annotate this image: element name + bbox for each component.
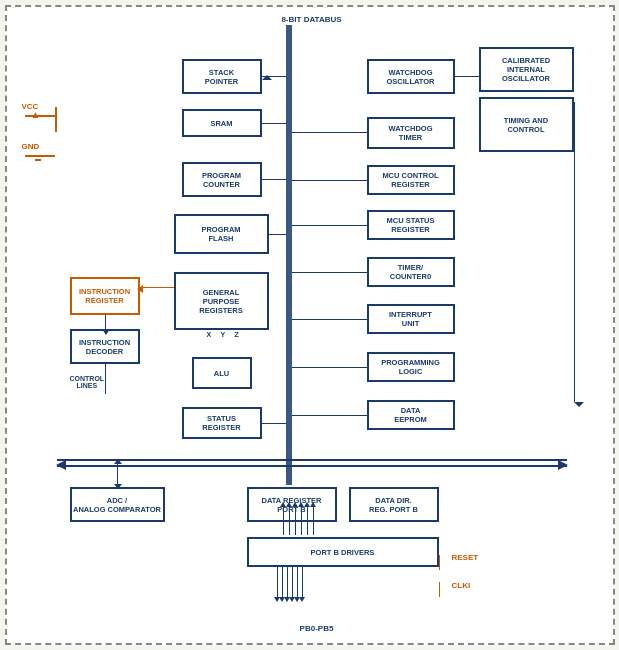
bus-to-interrupt <box>292 319 367 320</box>
pf-to-bus <box>269 234 286 235</box>
timer-counter-block: TIMER/COUNTER0 <box>367 257 455 287</box>
gnd-line3 <box>35 159 41 161</box>
adc-block: ADC /ANALOG COMPARATOR <box>70 487 165 522</box>
z-label: Z <box>235 331 239 338</box>
diagram-wrapper: 8-BIT DATABUS VCC ▲ GND STACKPOINTER SRA… <box>5 5 615 645</box>
ctrl-line <box>105 364 106 394</box>
vcc-vert <box>55 107 57 132</box>
mcu-status-block: MCU STATUSREGISTER <box>367 210 455 240</box>
x-label: X <box>207 331 212 338</box>
databus-label: 8-BIT DATABUS <box>237 15 387 24</box>
gp-registers-block: GENERALPURPOSEREGISTERS <box>174 272 269 330</box>
bus-to-eeprom <box>292 415 367 416</box>
sr-to-bus <box>262 423 286 424</box>
y-label: Y <box>221 331 226 338</box>
adc-arrow-down <box>114 484 122 489</box>
bus-to-timer <box>292 272 367 273</box>
data-eeprom-block: DATAEEPROM <box>367 400 455 430</box>
gnd-label: GND <box>22 142 40 151</box>
instruction-register-block: INSTRUCTIONREGISTER <box>70 277 140 315</box>
vcc-symbol: ▲ <box>31 109 41 120</box>
control-lines-label: CONTROLLINES <box>70 375 105 389</box>
timing-control-block: TIMING ANDCONTROL <box>479 97 574 152</box>
clki-label: CLKI <box>452 581 471 590</box>
alu-block: ALU <box>192 357 252 389</box>
sram-block: SRAM <box>182 109 262 137</box>
watchdog-oscillator-block: WATCHDOGOSCILLATOR <box>367 59 455 94</box>
programming-logic-block: PROGRAMMINGLOGIC <box>367 352 455 382</box>
databus-line <box>286 25 292 485</box>
program-flash-block: PROGRAMFLASH <box>174 214 269 254</box>
reset-label: RESET <box>452 553 479 562</box>
bus-to-mcu-status <box>292 225 367 226</box>
bus-to-wdt <box>292 132 367 133</box>
stack-pointer-block: STACKPOINTER <box>182 59 262 94</box>
mcu-control-block: MCU CONTROLREGISTER <box>367 165 455 195</box>
wdo-to-timing <box>455 76 479 77</box>
data-dir-portb-block: DATA DIR.REG. PORT B <box>349 487 439 522</box>
reset-line <box>439 555 440 570</box>
gnd-line2 <box>32 155 44 157</box>
bus-to-prog <box>292 367 367 368</box>
portb-to-datareg-arrows <box>283 507 314 535</box>
pc-to-bus <box>262 179 286 180</box>
status-register-block: STATUSREGISTER <box>182 407 262 439</box>
bottom-bus <box>57 459 567 467</box>
timing-vert-end <box>574 402 584 407</box>
portb-drivers-block: PORT B DRIVERS <box>247 537 439 567</box>
timing-vert <box>574 102 575 402</box>
pb-arrows <box>277 567 303 597</box>
ir-arrow <box>137 285 143 293</box>
calibrated-oscillator-block: CALIBRATEDINTERNALOSCILLATOR <box>479 47 574 92</box>
watchdog-timer-block: WATCHDOGTIMER <box>367 117 455 149</box>
ir-to-id-arrow <box>102 329 110 335</box>
sp-arrow <box>262 75 272 80</box>
pb-label: PB0-PB5 <box>277 624 357 633</box>
clki-line <box>439 582 440 597</box>
ir-to-id <box>105 315 106 329</box>
adc-arrow-up <box>114 459 122 464</box>
bus-to-mcu-ctrl <box>292 180 367 181</box>
ir-line <box>140 287 174 288</box>
sram-to-bus <box>262 123 286 124</box>
interrupt-unit-block: INTERRUPTUNIT <box>367 304 455 334</box>
program-counter-block: PROGRAMCOUNTER <box>182 162 262 197</box>
